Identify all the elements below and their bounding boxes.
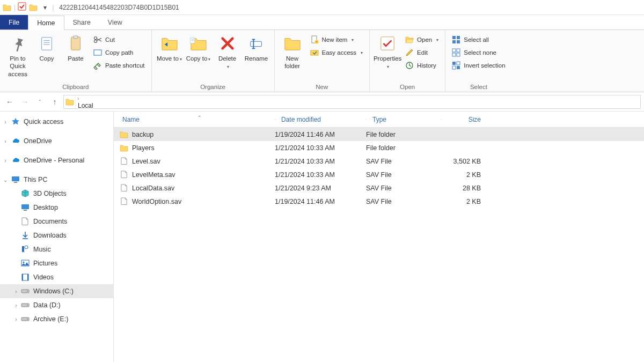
- column-modified[interactable]: Date modified: [275, 116, 366, 123]
- paste-icon: [67, 34, 85, 53]
- file-pane: Name⌃ Date modified Type Size backup 1/1…: [114, 112, 644, 362]
- moveto-button[interactable]: Move to▾: [156, 31, 183, 62]
- cut-button[interactable]: Cut: [91, 34, 147, 46]
- copypath-button[interactable]: Copy path: [91, 47, 147, 58]
- file-modified: 1/19/2024 11:46 AM: [275, 131, 366, 138]
- file-name: Players: [132, 144, 275, 152]
- copyto-button[interactable]: Copy to▾: [185, 31, 212, 62]
- tree-item-icon: [20, 300, 30, 310]
- file-size: 28 KB: [441, 184, 488, 192]
- tab-share[interactable]: Share: [64, 15, 99, 29]
- tree-onedrive-personal[interactable]: ›OneDrive - Personal: [0, 153, 113, 167]
- file-modified: 1/21/2024 10:33 AM: [275, 144, 366, 152]
- copy-icon: [38, 34, 56, 53]
- selectnone-button[interactable]: Select none: [450, 47, 507, 58]
- tree-item[interactable]: Pictures: [0, 256, 113, 270]
- file-icon: [119, 157, 129, 166]
- file-icon: [119, 170, 129, 180]
- shortcut-icon: [93, 61, 102, 70]
- sort-ascending-icon: ⌃: [197, 115, 202, 120]
- file-type: File folder: [366, 131, 441, 138]
- up-button[interactable]: ↑: [48, 95, 61, 108]
- file-row[interactable]: LevelMeta.sav 1/21/2024 10:33 AM SAV Fil…: [114, 168, 644, 181]
- easyaccess-button[interactable]: Easy access▾: [308, 47, 365, 58]
- address-bar[interactable]: ›This PC›Windows (C:)›Users›█████›AppDat…: [63, 95, 641, 109]
- group-label-select: Select: [450, 83, 507, 92]
- tree-item[interactable]: Documents: [0, 215, 113, 228]
- copyto-icon: [189, 34, 208, 53]
- tree-item-icon: [20, 272, 30, 282]
- address-folder-icon[interactable]: [64, 95, 76, 108]
- tree-onedrive[interactable]: ›OneDrive: [0, 134, 113, 148]
- tree-this-pc[interactable]: ⌄This PC: [0, 173, 113, 187]
- tree-item[interactable]: Desktop: [0, 201, 113, 215]
- history-button[interactable]: History: [403, 60, 441, 71]
- star-icon: [11, 117, 20, 127]
- tree-item[interactable]: ›Windows (C:): [0, 284, 113, 298]
- group-open: Properties▾ Open▾ Edit History Open: [370, 30, 445, 92]
- file-type: SAV File: [366, 158, 441, 165]
- ribbon: Pin to Quick access Copy Paste Cut Copy …: [0, 30, 644, 92]
- file-row[interactable]: WorldOption.sav 1/19/2024 11:46 AM SAV F…: [114, 195, 644, 208]
- navigation-tree[interactable]: ›Quick access ›OneDrive ›OneDrive - Pers…: [0, 112, 114, 362]
- scissors-icon: [93, 35, 102, 44]
- file-list[interactable]: backup 1/19/2024 11:46 AM File folder Pl…: [114, 128, 644, 362]
- window-title: 4222B12044145482203D74B0D1D15B01: [59, 4, 179, 11]
- edit-button[interactable]: Edit: [403, 47, 441, 58]
- newfolder-button[interactable]: New folder: [279, 31, 306, 70]
- tree-item[interactable]: Music: [0, 242, 113, 256]
- tree-item-icon: [20, 203, 30, 212]
- window-icon: [2, 3, 12, 12]
- file-name: WorldOption.sav: [132, 198, 275, 205]
- qat-customize-icon[interactable]: ▾: [40, 3, 50, 12]
- group-new: New folder New item▾ Easy access▾ New: [275, 30, 370, 92]
- file-icon: [119, 197, 129, 206]
- file-row[interactable]: backup 1/19/2024 11:46 AM File folder: [114, 128, 644, 141]
- rename-button[interactable]: Rename: [243, 31, 270, 62]
- pin-button[interactable]: Pin to Quick access: [4, 31, 31, 78]
- column-type[interactable]: Type: [366, 116, 441, 123]
- pasteshortcut-button[interactable]: Paste shortcut: [91, 60, 147, 71]
- column-name[interactable]: Name⌃: [114, 116, 275, 123]
- tab-view[interactable]: View: [99, 15, 131, 29]
- newitem-icon: [310, 35, 319, 44]
- delete-icon: [218, 34, 237, 53]
- column-headers[interactable]: Name⌃ Date modified Type Size: [114, 112, 644, 128]
- file-size: 2 KB: [441, 198, 488, 205]
- history-icon: [405, 61, 414, 70]
- invert-button[interactable]: Invert selection: [450, 60, 507, 71]
- group-clipboard: Pin to Quick access Copy Paste Cut Copy …: [0, 30, 152, 92]
- file-modified: 1/19/2024 11:46 AM: [275, 198, 366, 205]
- pin-icon: [9, 34, 27, 53]
- recent-dropdown[interactable]: ˅: [33, 95, 46, 108]
- file-size: 3,502 KB: [441, 158, 488, 165]
- tab-home[interactable]: Home: [28, 16, 64, 30]
- tree-item[interactable]: 3D Objects: [0, 187, 113, 201]
- qat-folder-icon[interactable]: [28, 3, 38, 12]
- newfolder-icon: [283, 34, 302, 53]
- tree-quick-access[interactable]: ›Quick access: [0, 115, 113, 129]
- back-button[interactable]: ←: [3, 95, 16, 108]
- open-button[interactable]: Open▾: [403, 34, 441, 46]
- tree-item[interactable]: ›Data (D:): [0, 298, 113, 312]
- delete-button[interactable]: Delete▾: [214, 31, 241, 70]
- selectall-button[interactable]: Select all: [450, 34, 507, 46]
- file-name: backup: [132, 131, 275, 138]
- file-icon: [119, 183, 129, 193]
- tree-item[interactable]: Videos: [0, 270, 113, 284]
- forward-button[interactable]: →: [18, 95, 31, 108]
- file-row[interactable]: Level.sav 1/21/2024 10:33 AM SAV File 3,…: [114, 154, 644, 168]
- tree-item[interactable]: ›Archive (E:): [0, 312, 113, 326]
- file-row[interactable]: LocalData.sav 1/21/2024 9:23 AM SAV File…: [114, 181, 644, 195]
- tree-item[interactable]: Downloads: [0, 228, 113, 242]
- newitem-button[interactable]: New item▾: [308, 34, 365, 46]
- copy-button[interactable]: Copy: [33, 31, 60, 62]
- group-select: Select all Select none Invert selection …: [445, 30, 511, 92]
- properties-button[interactable]: Properties▾: [374, 31, 401, 70]
- file-row[interactable]: Players 1/21/2024 10:33 AM File folder: [114, 141, 644, 154]
- breadcrumb-segment[interactable]: Local: [76, 102, 200, 109]
- tab-file[interactable]: File: [0, 15, 28, 29]
- paste-button[interactable]: Paste: [62, 31, 89, 62]
- qat-checkbox-icon[interactable]: [18, 2, 26, 12]
- column-size[interactable]: Size: [441, 116, 488, 123]
